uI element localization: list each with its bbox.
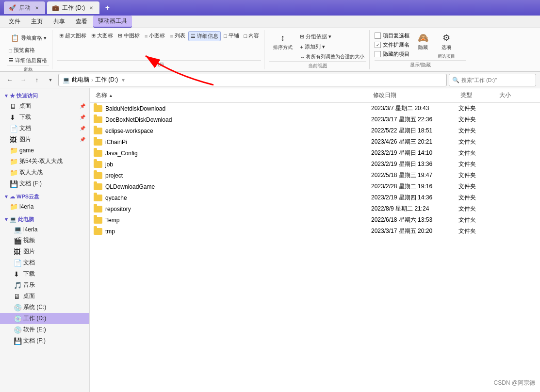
menu-view[interactable]: 查看 <box>71 16 92 27</box>
sidebar-item-docf2[interactable]: 💾 文档 (F:) <box>0 335 89 346</box>
sidebar-item-document[interactable]: 📄 文档 📌 <box>0 123 89 134</box>
preview-pane-button[interactable]: □ 预览窗格 <box>7 46 37 55</box>
pin-icon3: 📌 <box>80 126 85 131</box>
sort-by-button[interactable]: ↕ 排序方式 <box>269 31 296 61</box>
sidebar-item-sysc[interactable]: 💿 系统 (C:) <box>0 302 89 313</box>
group-by-icon: ⊞ <box>300 33 304 40</box>
picture-icon: 🖼 <box>10 136 17 144</box>
col-header-name[interactable]: 名称 ▲ <box>94 90 371 100</box>
col-header-type[interactable]: 类型 <box>458 90 497 100</box>
menu-file[interactable]: 文件 <box>4 16 25 27</box>
options-button[interactable]: ⚙ 选项 <box>437 31 456 52</box>
hide-label: 隐藏 <box>418 44 428 51</box>
fit-columns-button[interactable]: ↔ 将所有列调整为合适的大小 <box>298 52 366 61</box>
file-modified: 2023/2/19 星期日 13:36 <box>371 160 458 168</box>
sidebar-item-battle54[interactable]: 📁 第54关-双人大战 <box>0 156 89 167</box>
recent-button[interactable]: ▼ <box>45 74 56 86</box>
sidebar-section-wps[interactable]: ▾ ☁ WPS云盘 <box>0 191 89 201</box>
file-modified: 2023/2/28 星期二 19:16 <box>371 182 458 191</box>
sidebar-item-music[interactable]: 🎵 音乐 <box>0 279 89 291</box>
sidebar-item-docf[interactable]: 💾 文档 (F:) <box>0 178 89 189</box>
sidebar-item-l4erla-pc[interactable]: 💻 l4erla <box>0 224 89 235</box>
forward-button[interactable]: → <box>17 74 29 86</box>
search-input[interactable] <box>461 77 533 83</box>
tab-startup[interactable]: 🚀 启动 ✕ <box>4 1 45 14</box>
details-label: 详细信息窗格 <box>15 57 47 64</box>
sidebar-item-download[interactable]: ⬇ 下载 📌 <box>0 112 89 123</box>
workd-label: 工作 (D:) <box>23 314 46 323</box>
details-pane-button[interactable]: ☰ 详细信息窗格 <box>7 56 49 65</box>
menu-driver-tools[interactable]: 驱动器工具 <box>93 16 132 28</box>
search-box[interactable]: 🔍 <box>449 74 536 86</box>
add-column-button[interactable]: + 添加列 ▾ <box>298 42 366 51</box>
file-row[interactable]: QLDownloadGame 2023/2/28 星期二 19:16 文件夹 <box>90 181 540 192</box>
breadcrumb[interactable]: 💻 此电脑 › 工作 (D:) ▾ <box>58 74 447 86</box>
tab-workd[interactable]: 💼 工作 (D:) ✕ <box>47 1 99 14</box>
file-row[interactable]: job 2023/2/19 星期日 13:36 文件夹 <box>90 159 540 170</box>
tab-workd-close[interactable]: ✕ <box>88 4 95 11</box>
col-header-modified[interactable]: 修改日期 <box>371 90 458 100</box>
sidebar-item-softe[interactable]: 💿 软件 (E:) <box>0 324 89 335</box>
medium-btn[interactable]: ⊞ 中图标 <box>116 31 142 40</box>
sidebar-item-dl[interactable]: ⬇ 下载 <box>0 268 89 279</box>
hidden-items-checkbox[interactable] <box>375 51 381 57</box>
file-row[interactable]: repository 2022/8/9 星期二 21:24 文件夹 <box>90 203 540 214</box>
pane-group-label: 窗格 <box>7 65 49 72</box>
list-btn[interactable]: ≡ 列表 <box>168 31 187 40</box>
file-row[interactable]: DocBoxNetDiskDownload 2023/3/17 星期五 22:3… <box>90 114 540 125</box>
menu-share[interactable]: 共享 <box>49 16 70 27</box>
file-ext-checkbox[interactable] <box>375 42 381 48</box>
file-row[interactable]: BaiduNetdiskDownload 2023/3/7 星期二 20:43 … <box>90 103 540 114</box>
sidebar-item-desktop[interactable]: 🖥 桌面 📌 <box>0 100 89 112</box>
file-row[interactable]: Temp 2022/6/18 星期六 13:53 文件夹 <box>90 214 540 226</box>
group-by-button[interactable]: ⊞ 分组依据 ▾ <box>298 32 366 41</box>
file-row[interactable]: tmp 2023/3/17 星期五 20:20 文件夹 <box>90 226 540 237</box>
dl-icon: ⬇ <box>14 270 21 278</box>
col-name-sort-icon: ▲ <box>109 93 113 98</box>
content-btn[interactable]: □ 内容 <box>242 31 262 40</box>
menu-home[interactable]: 主页 <box>26 16 48 27</box>
file-ext-row[interactable]: 文件扩展名 <box>375 41 409 49</box>
up-button[interactable]: ↑ <box>31 74 43 86</box>
tab-startup-close[interactable]: ✕ <box>33 4 40 11</box>
sidebar-item-game[interactable]: 📁 game <box>0 145 89 156</box>
sidebar-item-video[interactable]: 🎬 视频 <box>0 235 89 246</box>
item-checkbox[interactable] <box>375 33 381 39</box>
desktop-icon: 🖥 <box>10 102 17 110</box>
sidebar-item-l4erla-wps[interactable]: 📁 l4erla <box>0 201 89 212</box>
file-name-text: eclipse-workspace <box>105 128 153 134</box>
extra-large-btn[interactable]: ⊞ 超大图标 <box>57 31 88 40</box>
file-row[interactable]: iChainPi 2023/4/26 星期三 20:21 文件夹 <box>90 136 540 147</box>
file-row[interactable]: project 2022/5/18 星期三 19:47 文件夹 <box>90 170 540 181</box>
file-row[interactable]: Java_Config 2023/2/19 星期日 14:10 文件夹 <box>90 147 540 159</box>
sidebar-item-doc[interactable]: 📄 文档 <box>0 257 89 268</box>
game-icon: 📁 <box>10 147 17 154</box>
details-btn[interactable]: ☰ 详细信息 <box>188 31 221 41</box>
large-btn[interactable]: ⊞ 大图标 <box>89 31 115 40</box>
item-checkbox-row[interactable]: 项目复选框 <box>375 32 409 39</box>
hidden-items-row[interactable]: 隐藏的项目 <box>375 50 409 58</box>
hide-button[interactable]: 🙈 隐藏 <box>413 31 433 52</box>
sidebar-section-thispc[interactable]: ▾ 💻 此电脑 <box>0 214 89 224</box>
sidebar-item-dsk[interactable]: 🖥 桌面 <box>0 291 89 302</box>
folder-icon <box>94 195 102 201</box>
sidebar-item-pic[interactable]: 🖼 图片 <box>0 246 89 257</box>
sidebar-item-picture[interactable]: 🖼 图片 📌 <box>0 134 89 145</box>
layout-group-label: 布局 <box>57 60 261 68</box>
nav-pane-button[interactable]: 📋 导航窗格 ▾ <box>7 31 49 45</box>
file-type: 文件夹 <box>458 160 497 168</box>
file-row[interactable]: qycache 2023/2/19 星期四 14:36 文件夹 <box>90 192 540 203</box>
back-button[interactable]: ← <box>4 74 16 86</box>
sidebar-section-quick-access[interactable]: ▾ ★ 快速访问 <box>0 90 89 100</box>
sidebar-item-battle2p[interactable]: 📁 双人大战 <box>0 167 89 178</box>
small-btn[interactable]: ≡ 小图标 <box>143 31 167 40</box>
chevron-down-icon: ▾ <box>5 93 8 99</box>
sysc-label: 系统 (C:) <box>23 303 46 311</box>
col-header-size[interactable]: 大小 <box>497 90 536 100</box>
thispc-chevron-icon: ▾ <box>5 216 8 223</box>
file-row[interactable]: eclipse-workspace 2022/5/22 星期日 18:51 文件… <box>90 125 540 136</box>
ribbon-toolbar: 📋 导航窗格 ▾ □ 预览窗格 ☰ 详细信息窗格 窗格 ⊞ 超大图标 ⊞ 大图标 <box>0 28 540 72</box>
sidebar-item-workd[interactable]: 💿 工作 (D:) <box>0 313 89 324</box>
new-tab-button[interactable]: + <box>101 2 113 14</box>
tiles-btn[interactable]: □ 平铺 <box>222 31 241 40</box>
